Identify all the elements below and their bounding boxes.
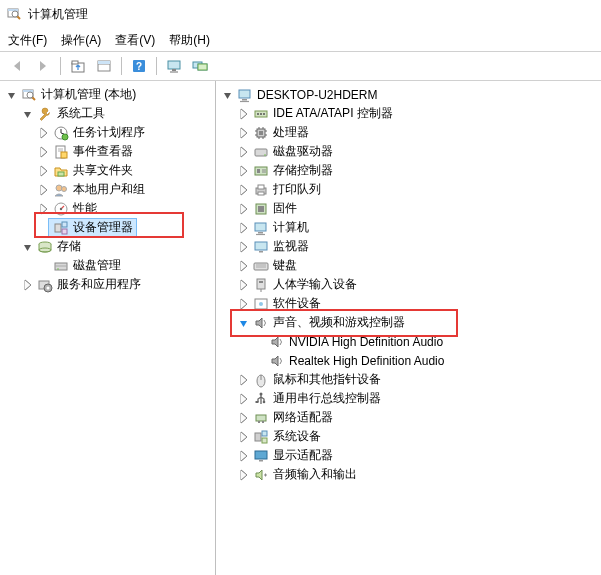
expander-icon[interactable] — [4, 88, 18, 102]
tree-label: 任务计划程序 — [73, 124, 145, 141]
keyboard-icon — [252, 258, 270, 274]
cat-computer[interactable]: 计算机 — [216, 218, 601, 237]
tree-label: 共享文件夹 — [73, 162, 133, 179]
cat-disk-drives[interactable]: 磁盘驱动器 — [216, 142, 601, 161]
expander-icon[interactable] — [236, 297, 250, 311]
tree-label: 网络适配器 — [273, 409, 333, 426]
tree-event-viewer[interactable]: 事件查看器 — [0, 142, 215, 161]
tree-label: 磁盘管理 — [73, 257, 121, 274]
tree-system-tools[interactable]: 系统工具 — [0, 104, 215, 123]
expander-icon[interactable] — [236, 183, 250, 197]
cat-hid[interactable]: 人体学输入设备 — [216, 275, 601, 294]
tree-label: 固件 — [273, 200, 297, 217]
tree-services-apps[interactable]: 服务和应用程序 — [0, 275, 215, 294]
main-area: 计算机管理 (本地) 系统工具 任务计划程序 事件查看器 共享文件夹 本地用户和… — [0, 81, 601, 575]
scan-button[interactable] — [163, 55, 185, 77]
display-icon — [252, 448, 270, 464]
expander-icon[interactable] — [236, 392, 250, 406]
printer-icon — [252, 182, 270, 198]
expander-icon[interactable] — [36, 202, 50, 216]
tree-local-users[interactable]: 本地用户和组 — [0, 180, 215, 199]
cat-usb[interactable]: 通用串行总线控制器 — [216, 389, 601, 408]
tree-device-manager[interactable]: 设备管理器 — [0, 218, 215, 237]
expander-icon[interactable] — [20, 278, 34, 292]
expander-icon[interactable] — [236, 449, 250, 463]
expander-icon[interactable] — [36, 145, 50, 159]
tree-label: 显示适配器 — [273, 447, 333, 464]
expander-icon[interactable] — [236, 202, 250, 216]
users-icon — [52, 182, 70, 198]
menu-file[interactable]: 文件(F) — [8, 32, 47, 49]
expander-icon[interactable] — [236, 411, 250, 425]
cat-storage-controllers[interactable]: 存储控制器 — [216, 161, 601, 180]
back-button[interactable] — [6, 55, 28, 77]
expander-icon[interactable] — [236, 126, 250, 140]
expander-icon[interactable] — [20, 240, 34, 254]
menu-action[interactable]: 操作(A) — [61, 32, 101, 49]
help-icon — [131, 58, 147, 74]
cat-ide[interactable]: IDE ATA/ATAPI 控制器 — [216, 104, 601, 123]
expander-icon[interactable] — [236, 430, 250, 444]
cat-firmware[interactable]: 固件 — [216, 199, 601, 218]
expander-icon[interactable] — [236, 240, 250, 254]
cat-audio-io[interactable]: 音频输入和输出 — [216, 465, 601, 484]
help-button[interactable] — [128, 55, 150, 77]
tree-root[interactable]: 计算机管理 (本地) — [0, 85, 215, 104]
cat-network[interactable]: 网络适配器 — [216, 408, 601, 427]
cat-display[interactable]: 显示适配器 — [216, 446, 601, 465]
firmware-icon — [252, 201, 270, 217]
tree-label: 设备管理器 — [73, 219, 133, 236]
system-devices-icon — [252, 429, 270, 445]
expander-icon[interactable] — [36, 183, 50, 197]
dev-nvidia-audio[interactable]: NVIDIA High Definition Audio — [216, 332, 601, 351]
expander-icon[interactable] — [36, 126, 50, 140]
compmgmt-icon — [20, 87, 38, 103]
forward-button[interactable] — [32, 55, 54, 77]
tree-label: 存储控制器 — [273, 162, 333, 179]
expander-icon[interactable] — [236, 316, 250, 330]
cat-software-devices[interactable]: 软件设备 — [216, 294, 601, 313]
tree-task-scheduler[interactable]: 任务计划程序 — [0, 123, 215, 142]
tree-label: 系统工具 — [57, 105, 105, 122]
cat-system-devices[interactable]: 系统设备 — [216, 427, 601, 446]
expander-icon[interactable] — [236, 221, 250, 235]
cat-monitors[interactable]: 监视器 — [216, 237, 601, 256]
tree-label: 人体学输入设备 — [273, 276, 357, 293]
menu-view[interactable]: 查看(V) — [115, 32, 155, 49]
expander-icon[interactable] — [236, 107, 250, 121]
expander-icon[interactable] — [236, 145, 250, 159]
expander-icon[interactable] — [220, 88, 234, 102]
device-tree-root[interactable]: DESKTOP-U2HDERM — [216, 85, 601, 104]
mouse-icon — [252, 372, 270, 388]
menu-help[interactable]: 帮助(H) — [169, 32, 210, 49]
properties-button[interactable] — [93, 55, 115, 77]
storage-controller-icon — [252, 163, 270, 179]
tree-label: 声音、视频和游戏控制器 — [273, 314, 405, 331]
tree-disk-mgmt[interactable]: 磁盘管理 — [0, 256, 215, 275]
tree-storage[interactable]: 存储 — [0, 237, 215, 256]
up-button[interactable] — [67, 55, 89, 77]
tree-label: 磁盘驱动器 — [273, 143, 333, 160]
expander-icon[interactable] — [236, 468, 250, 482]
expander-icon[interactable] — [236, 373, 250, 387]
expander-icon[interactable] — [236, 259, 250, 273]
cat-keyboards[interactable]: 键盘 — [216, 256, 601, 275]
show-hidden-button[interactable] — [189, 55, 211, 77]
expander-icon[interactable] — [20, 107, 34, 121]
cat-mice[interactable]: 鼠标和其他指针设备 — [216, 370, 601, 389]
expander-icon[interactable] — [36, 164, 50, 178]
menu-bar: 文件(F) 操作(A) 查看(V) 帮助(H) — [0, 29, 601, 51]
dev-realtek-audio[interactable]: Realtek High Definition Audio — [216, 351, 601, 370]
expander-icon[interactable] — [236, 164, 250, 178]
cat-processors[interactable]: 处理器 — [216, 123, 601, 142]
expander-icon[interactable] — [236, 278, 250, 292]
tree-label: 服务和应用程序 — [57, 276, 141, 293]
disk-icon — [52, 258, 70, 274]
toolbar-separator — [156, 57, 157, 75]
cat-print-queues[interactable]: 打印队列 — [216, 180, 601, 199]
tree-performance[interactable]: 性能 — [0, 199, 215, 218]
cat-sound[interactable]: 声音、视频和游戏控制器 — [216, 313, 601, 332]
cpu-icon — [252, 125, 270, 141]
tree-shared-folders[interactable]: 共享文件夹 — [0, 161, 215, 180]
window-title: 计算机管理 — [28, 6, 88, 23]
